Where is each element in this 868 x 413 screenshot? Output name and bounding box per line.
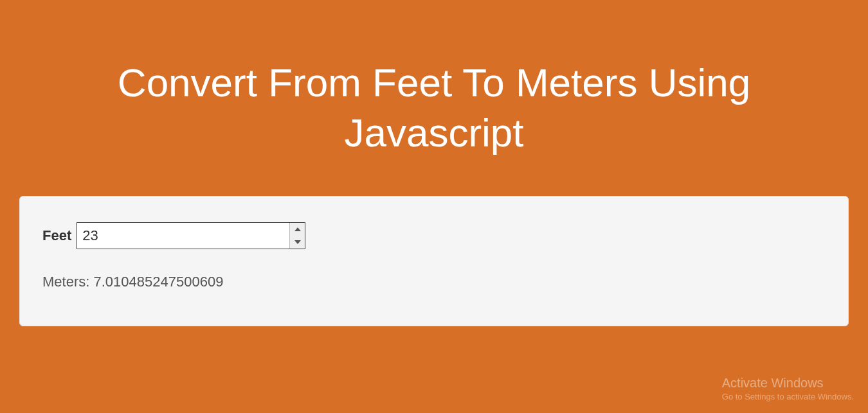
spinner-up-button[interactable] — [290, 223, 305, 236]
output-row: Meters: 7.010485247500609 — [42, 274, 826, 290]
chevron-up-icon — [294, 227, 301, 231]
feet-input-wrap — [77, 222, 305, 249]
watermark-subtitle: Go to Settings to activate Windows. — [722, 392, 854, 401]
spinner-down-button[interactable] — [290, 236, 305, 249]
chevron-down-icon — [294, 240, 301, 244]
meters-value: 7.010485247500609 — [93, 274, 223, 290]
page-title: Convert From Feet To Meters Using Javasc… — [0, 0, 868, 183]
svg-marker-1 — [294, 240, 301, 244]
feet-label: Feet — [42, 227, 71, 244]
feet-input[interactable] — [77, 222, 305, 249]
windows-activation-watermark: Activate Windows Go to Settings to activ… — [722, 376, 854, 401]
input-row: Feet — [42, 222, 826, 249]
meters-label: Meters: — [42, 274, 89, 290]
number-spinner — [289, 223, 305, 249]
svg-marker-0 — [294, 227, 301, 231]
watermark-title: Activate Windows — [722, 376, 854, 391]
converter-panel: Feet Meters: 7.010485247500609 — [19, 196, 849, 326]
